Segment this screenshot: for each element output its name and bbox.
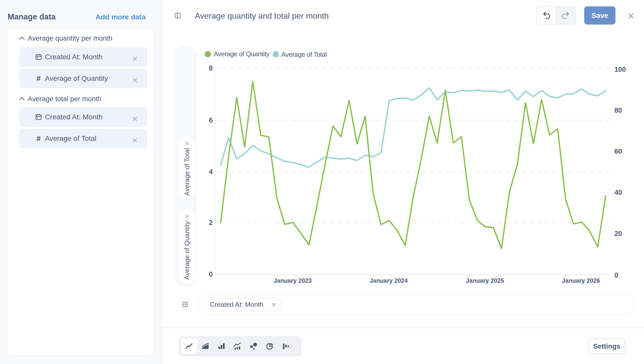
svg-text:0: 0	[209, 270, 213, 278]
svg-text:Average of Total: Average of Total	[281, 51, 327, 58]
svg-text:January 2025: January 2025	[466, 277, 504, 284]
svg-text:40: 40	[614, 189, 622, 196]
svg-text:January 2023: January 2023	[274, 277, 312, 284]
svg-text:8: 8	[209, 64, 213, 72]
svg-text:100: 100	[614, 66, 626, 73]
svg-text:80: 80	[614, 107, 622, 114]
svg-text:20: 20	[614, 230, 622, 237]
svg-text:2: 2	[209, 219, 213, 226]
svg-text:0: 0	[614, 271, 618, 279]
svg-text:4: 4	[209, 168, 213, 176]
svg-text:January 2024: January 2024	[370, 277, 408, 284]
svg-text:Average of Quantity: Average of Quantity	[214, 50, 270, 58]
svg-text:6: 6	[209, 116, 213, 124]
svg-text:60: 60	[614, 147, 622, 155]
svg-text:January 2026: January 2026	[562, 277, 600, 284]
